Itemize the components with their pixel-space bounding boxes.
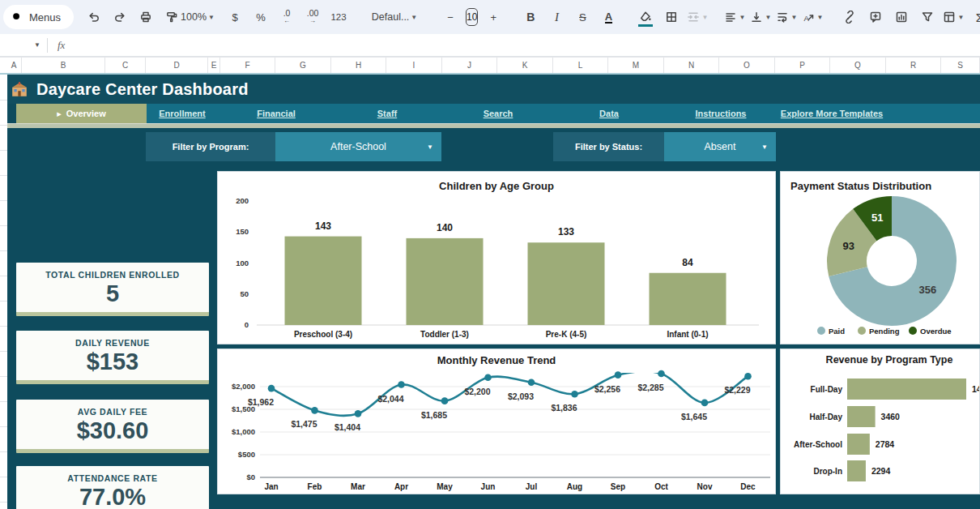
tab-financial[interactable]: Financial bbox=[257, 104, 296, 123]
tab-search[interactable]: Search bbox=[484, 104, 513, 123]
strikethrough-button[interactable]: S bbox=[572, 6, 593, 28]
decrease-font-size-button[interactable]: − bbox=[440, 6, 461, 28]
tab-staff[interactable]: Staff bbox=[377, 104, 397, 123]
tab-enrollment[interactable]: Enrollment bbox=[159, 104, 205, 123]
vertical-align-button[interactable]: ▼ bbox=[750, 6, 771, 28]
chart-children-by-age-group[interactable]: Children by Age Group050100150200143Pres… bbox=[217, 171, 776, 344]
filter-status-dropdown[interactable]: Absent ▼ bbox=[664, 132, 776, 161]
column-header-H[interactable]: H bbox=[331, 58, 386, 73]
svg-text:$2,000: $2,000 bbox=[232, 382, 255, 391]
column-header-J[interactable]: J bbox=[442, 58, 497, 73]
italic-button[interactable]: I bbox=[546, 6, 567, 28]
increase-font-size-button[interactable]: + bbox=[483, 6, 504, 28]
column-header-P[interactable]: P bbox=[775, 58, 830, 73]
svg-text:Overdue: Overdue bbox=[920, 327, 952, 336]
functions-button[interactable]: Σ bbox=[969, 6, 980, 28]
format-percent-button[interactable]: % bbox=[250, 6, 271, 28]
svg-text:Jun: Jun bbox=[481, 482, 496, 491]
text-rotation-button[interactable]: A▼ bbox=[802, 6, 823, 28]
text-color-icon: A bbox=[605, 11, 612, 24]
chart-revenue-by-program-type[interactable]: Revenue by Program TypeFull-Day14Half-Da… bbox=[780, 349, 980, 494]
svg-text:Full-Day: Full-Day bbox=[811, 385, 843, 394]
borders-button[interactable] bbox=[661, 6, 682, 28]
font-select[interactable]: Defaul...▼ bbox=[365, 6, 424, 28]
svg-text:Pre-K (4-5): Pre-K (4-5) bbox=[546, 330, 587, 339]
chart-payment-status-distribution[interactable]: Payment Status Distribution3569351PaidPe… bbox=[780, 171, 980, 344]
menus-button[interactable]: Menus bbox=[3, 5, 74, 29]
undo-button[interactable] bbox=[83, 6, 104, 28]
tab-data[interactable]: Data bbox=[599, 104, 619, 123]
kpi-value: $30.60 bbox=[77, 418, 149, 443]
print-button[interactable] bbox=[135, 6, 156, 28]
svg-text:$2,229: $2,229 bbox=[724, 385, 750, 395]
svg-text:$1,836: $1,836 bbox=[551, 403, 577, 413]
create-filter-button[interactable] bbox=[917, 6, 938, 28]
kpi-card-1[interactable]: TOTAL CHILDREN ENROLLED5 bbox=[16, 263, 209, 316]
kpi-card-3[interactable]: AVG DAILY FEE$30.60 bbox=[16, 400, 209, 453]
svg-text:Half-Day: Half-Day bbox=[809, 413, 842, 421]
format-currency-button[interactable]: $ bbox=[224, 6, 245, 28]
svg-text:$2,200: $2,200 bbox=[464, 387, 490, 396]
fill-color-icon bbox=[639, 11, 652, 24]
filter-program-label: Filter by Program: bbox=[146, 132, 275, 161]
insert-comment-button[interactable] bbox=[865, 6, 886, 28]
italic-icon: I bbox=[555, 11, 559, 24]
increase-decimal-button[interactable]: .00→ bbox=[302, 6, 323, 28]
insert-table-button[interactable]: ▼ bbox=[943, 6, 964, 28]
svg-text:Revenue by Program Type: Revenue by Program Type bbox=[826, 354, 953, 366]
plus-icon: + bbox=[491, 11, 497, 24]
column-header-I[interactable]: I bbox=[386, 58, 442, 73]
column-header-R[interactable]: R bbox=[886, 58, 941, 73]
kpi-card-4[interactable]: ATTENDANCE RATE77.0% bbox=[16, 466, 209, 509]
svg-text:$2,044: $2,044 bbox=[377, 394, 403, 404]
svg-text:Mar: Mar bbox=[351, 482, 365, 491]
column-header-B[interactable]: B bbox=[22, 58, 105, 73]
text-color-button[interactable]: A bbox=[598, 6, 619, 28]
insert-chart-button[interactable] bbox=[891, 6, 912, 28]
chevron-down-icon: ▼ bbox=[816, 14, 823, 21]
svg-text:$0: $0 bbox=[246, 473, 255, 481]
kpi-label: TOTAL CHILDREN ENROLLED bbox=[45, 270, 179, 280]
tab-instructions[interactable]: Instructions bbox=[696, 104, 747, 123]
svg-text:Feb: Feb bbox=[308, 482, 322, 491]
column-header-G[interactable]: G bbox=[275, 58, 331, 73]
row-divider bbox=[0, 477, 7, 477]
bold-button[interactable]: B bbox=[520, 6, 541, 28]
decrease-decimal-button[interactable]: .0← bbox=[276, 6, 297, 28]
paint-format-button[interactable] bbox=[161, 6, 182, 28]
tab-overview[interactable]: ▸ Overview bbox=[16, 104, 147, 123]
font-size-input[interactable]: 10 bbox=[466, 8, 478, 26]
column-header-C[interactable]: C bbox=[105, 58, 146, 73]
column-header-E[interactable]: E bbox=[208, 58, 220, 73]
name-box[interactable]: ▼ bbox=[0, 41, 47, 49]
row-gutter bbox=[0, 75, 7, 509]
number-format-button[interactable]: 123 bbox=[328, 6, 349, 28]
column-header-Q[interactable]: Q bbox=[830, 58, 886, 73]
column-header-N[interactable]: N bbox=[664, 58, 719, 73]
svg-text:150: 150 bbox=[236, 227, 249, 236]
column-header-K[interactable]: K bbox=[497, 58, 553, 73]
text-wrap-button[interactable]: ▼ bbox=[776, 6, 797, 28]
column-header-M[interactable]: M bbox=[608, 58, 664, 73]
column-header-D[interactable]: D bbox=[146, 58, 208, 73]
redo-button[interactable] bbox=[109, 6, 130, 28]
zoom-select[interactable]: 100%▼ bbox=[187, 6, 208, 28]
column-header-F[interactable]: F bbox=[220, 58, 275, 73]
insert-link-button[interactable] bbox=[839, 6, 860, 28]
kpi-card-2[interactable]: DAILY REVENUE$153 bbox=[16, 331, 209, 384]
kpi-label: AVG DAILY FEE bbox=[78, 407, 147, 417]
column-header-S[interactable]: S bbox=[941, 58, 980, 73]
fill-color-button[interactable] bbox=[635, 6, 656, 28]
svg-text:Dec: Dec bbox=[740, 482, 756, 491]
column-header-A[interactable]: A bbox=[6, 58, 22, 73]
row-divider bbox=[0, 451, 7, 452]
currency-icon: $ bbox=[232, 11, 237, 24]
filter-program-dropdown[interactable]: After-School ▼ bbox=[275, 132, 441, 161]
column-header-L[interactable]: L bbox=[553, 58, 608, 73]
column-header-O[interactable]: O bbox=[719, 58, 775, 73]
text-rotation-icon: A bbox=[802, 11, 815, 24]
merge-cells-button[interactable]: ▼ bbox=[687, 6, 708, 28]
chart-monthly-revenue-trend[interactable]: Monthly Revenue Trend$0$500$1,000$1,500$… bbox=[217, 349, 776, 494]
horizontal-align-button[interactable]: ▼ bbox=[724, 6, 745, 28]
tab-explore-more-templates[interactable]: Explore More Templates bbox=[781, 104, 883, 123]
